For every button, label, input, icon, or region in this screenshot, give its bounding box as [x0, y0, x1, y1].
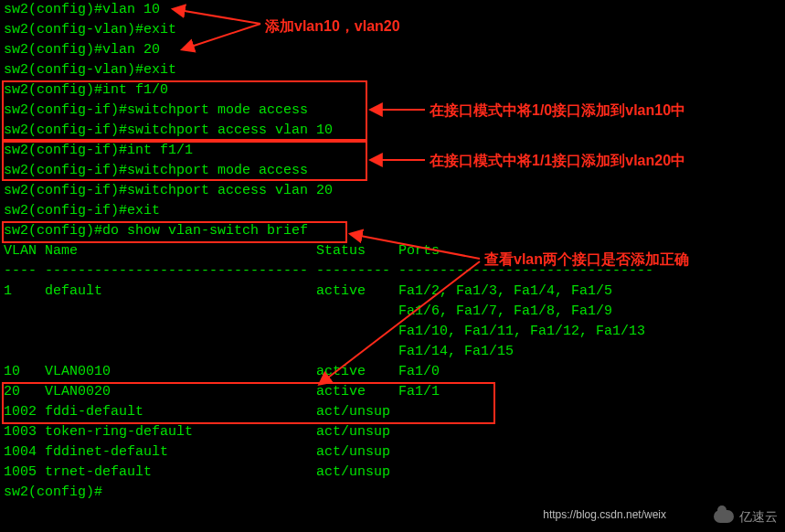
table-row: 1003 token-ring-default act/unsup: [4, 422, 781, 442]
annotation-int10: 在接口模式中将1/0接口添加到vlan10中: [430, 101, 685, 121]
highlight-box-int10: [2, 80, 367, 141]
cli-line: sw2(config-if)#switchport access vlan 20: [4, 181, 781, 201]
table-row: Fa1/14, Fa1/15: [4, 342, 781, 362]
watermark: 亿速云: [714, 506, 778, 527]
table-row: 1 default active Fa1/2, Fa1/3, Fa1/4, Fa…: [4, 282, 781, 302]
table-row: 1004 fddinet-default act/unsup: [4, 442, 781, 463]
highlight-box-int11: [2, 141, 367, 181]
cloud-icon: [714, 510, 734, 523]
annotation-verify: 查看vlan两个接口是否添加正确: [484, 250, 689, 270]
annotation-int11: 在接口模式中将1/1接口添加到vlan20中: [430, 151, 685, 171]
cli-prompt[interactable]: sw2(config)#: [4, 483, 781, 503]
cli-line: sw2(config-if)#exit: [4, 201, 781, 221]
highlight-box-show: [2, 221, 347, 243]
table-row: 10 VLAN0010 active Fa1/0: [4, 362, 781, 382]
watermark-text: 亿速云: [739, 506, 778, 527]
cli-line: sw2(config)#vlan 20: [4, 40, 781, 60]
table-row: Fa1/10, Fa1/11, Fa1/12, Fa1/13: [4, 322, 781, 342]
cli-line: sw2(config-vlan)#exit: [4, 60, 781, 80]
highlight-box-result: [2, 382, 495, 424]
table-row: 1005 trnet-default act/unsup: [4, 463, 781, 483]
table-row: Fa1/6, Fa1/7, Fa1/8, Fa1/9: [4, 302, 781, 322]
source-url: https://blog.csdn.net/weix: [543, 505, 666, 525]
annotation-add-vlan: 添加vlan10，vlan20: [265, 16, 400, 37]
